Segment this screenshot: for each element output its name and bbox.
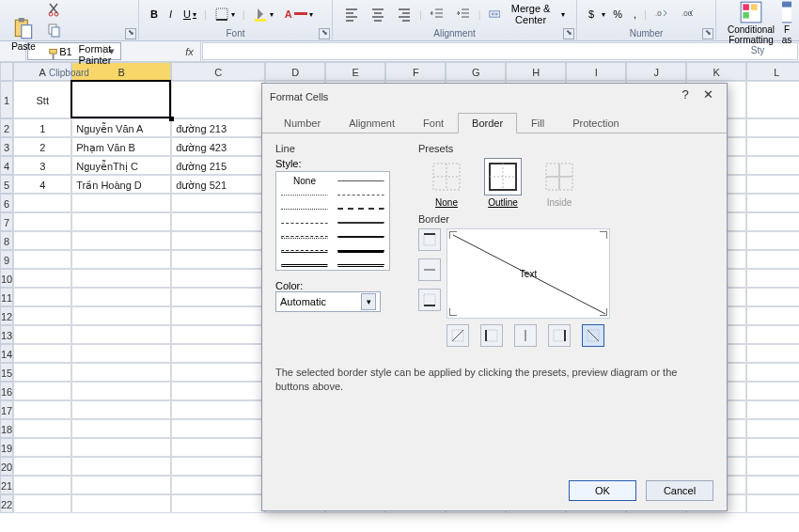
row-header[interactable]: 21	[0, 476, 13, 494]
cell[interactable]	[71, 325, 171, 344]
line-style-none[interactable]: None	[278, 174, 331, 188]
cell[interactable]	[71, 194, 171, 212]
cell[interactable]	[71, 269, 171, 288]
row-header[interactable]: 8	[0, 231, 13, 250]
cell[interactable]: đường 521	[171, 175, 265, 194]
cell[interactable]	[13, 288, 71, 306]
cell[interactable]: đường 215	[171, 156, 265, 175]
cell[interactable]: đường 213	[171, 118, 265, 137]
cell[interactable]	[746, 231, 799, 250]
cell[interactable]	[13, 400, 71, 419]
line-style-option[interactable]	[278, 244, 331, 258]
cell[interactable]	[171, 438, 265, 457]
cell[interactable]	[171, 194, 265, 212]
cell[interactable]	[171, 363, 265, 382]
percent-button[interactable]: %	[609, 7, 626, 22]
line-style-option[interactable]	[335, 216, 387, 230]
row-header[interactable]: 6	[0, 194, 13, 212]
cell[interactable]	[71, 457, 171, 476]
cell[interactable]	[746, 363, 799, 382]
decrease-indent-button[interactable]	[426, 5, 448, 23]
formula-input[interactable]	[202, 42, 798, 60]
line-style-option[interactable]	[335, 230, 387, 244]
decrease-decimal-button[interactable]: .00	[677, 5, 699, 23]
fill-color-button[interactable]: ▾	[249, 5, 277, 23]
ok-button[interactable]: OK	[569, 480, 636, 501]
cell[interactable]: NguyễnThị C	[71, 156, 171, 175]
row-header[interactable]: 4	[0, 156, 13, 175]
cell[interactable]	[13, 438, 71, 457]
dialog-close-button[interactable]: ✕	[697, 87, 719, 106]
column-header[interactable]: I	[566, 62, 626, 81]
border-top-button[interactable]	[418, 228, 441, 251]
row-header[interactable]: 20	[0, 457, 13, 476]
cell[interactable]	[13, 457, 71, 476]
line-style-option[interactable]	[278, 216, 331, 230]
cell[interactable]	[171, 250, 265, 269]
cell[interactable]	[13, 476, 71, 494]
clipboard-dialog-launcher[interactable]: ⬊	[125, 28, 136, 39]
cell[interactable]	[746, 476, 799, 494]
cell[interactable]	[13, 382, 71, 400]
cell[interactable]: đường 423	[171, 137, 265, 156]
tab-border[interactable]: Border	[458, 113, 517, 133]
cell[interactable]	[746, 344, 799, 363]
line-style-option[interactable]	[278, 258, 331, 273]
cell[interactable]	[71, 494, 171, 513]
border-bottom-button[interactable]	[418, 289, 441, 311]
italic-button[interactable]: I	[165, 7, 176, 22]
merge-center-button[interactable]: Merge & Center ▾	[485, 1, 569, 27]
column-header[interactable]: G	[446, 62, 506, 81]
row-header[interactable]: 5	[0, 175, 13, 194]
cell[interactable]	[746, 118, 799, 137]
underline-button[interactable]: U ▾	[180, 7, 200, 22]
dialog-titlebar[interactable]: Format Cells ? ✕	[262, 84, 727, 110]
column-header[interactable]: D	[265, 62, 325, 81]
cell[interactable]	[71, 288, 171, 306]
cell[interactable]	[171, 306, 265, 325]
row-header[interactable]: 14	[0, 344, 13, 363]
cell[interactable]	[71, 438, 171, 457]
column-header[interactable]: L	[746, 62, 799, 81]
cell[interactable]	[746, 137, 799, 156]
cell[interactable]	[71, 400, 171, 419]
cell[interactable]	[13, 194, 71, 212]
cell[interactable]	[71, 306, 171, 325]
cell[interactable]	[746, 156, 799, 175]
cell[interactable]	[13, 231, 71, 250]
cancel-button[interactable]: Cancel	[646, 480, 713, 501]
cell[interactable]	[71, 250, 171, 269]
cell[interactable]	[171, 212, 265, 231]
cell[interactable]: 2	[13, 137, 71, 156]
copy-button[interactable]	[43, 21, 131, 39]
cell[interactable]	[71, 476, 171, 494]
line-style-option[interactable]	[335, 202, 387, 216]
line-style-option[interactable]	[335, 174, 387, 188]
column-header[interactable]: K	[686, 62, 746, 81]
row-header[interactable]: 1	[0, 81, 13, 118]
line-style-option[interactable]	[335, 188, 387, 202]
row-header[interactable]: 12	[0, 306, 13, 325]
cell[interactable]: Stt	[13, 81, 71, 118]
cell[interactable]	[71, 363, 171, 382]
border-button[interactable]: ▾	[211, 5, 239, 23]
align-right-button[interactable]	[393, 5, 415, 23]
cell[interactable]	[13, 250, 71, 269]
font-dialog-launcher[interactable]: ⬊	[319, 28, 330, 39]
row-header[interactable]: 16	[0, 382, 13, 400]
row-header[interactable]: 17	[0, 400, 13, 419]
tab-alignment[interactable]: Alignment	[335, 113, 409, 133]
number-dialog-launcher[interactable]: ⬊	[702, 28, 713, 39]
cell[interactable]: 1	[13, 118, 71, 137]
cell[interactable]	[746, 419, 799, 438]
border-color-select[interactable]: Automatic ▾	[275, 291, 381, 312]
cell[interactable]	[746, 400, 799, 419]
cell[interactable]	[171, 344, 265, 363]
cell[interactable]	[13, 363, 71, 382]
row-header[interactable]: 19	[0, 438, 13, 457]
cell[interactable]	[746, 81, 799, 118]
cell[interactable]	[13, 494, 71, 513]
align-left-button[interactable]	[340, 5, 363, 23]
tab-protection[interactable]: Protection	[558, 113, 634, 133]
tab-number[interactable]: Number	[270, 113, 335, 133]
